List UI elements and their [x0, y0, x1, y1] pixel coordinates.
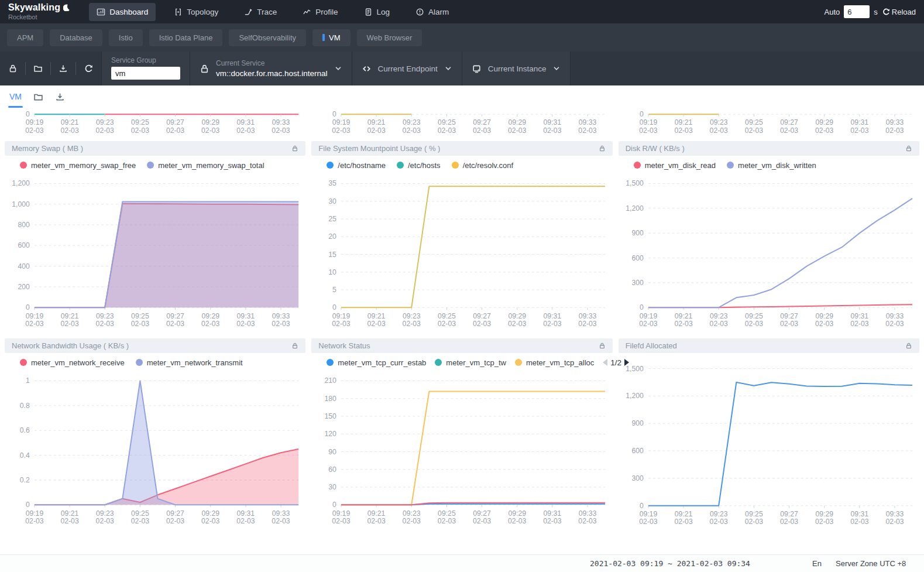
nav-item-dashboard[interactable]: Dashboard — [89, 3, 156, 21]
legend-label: meter_vm_disk_written — [738, 161, 816, 170]
current-endpoint-selector[interactable]: Current Endpoint — [352, 52, 462, 85]
chart-title: Filefd Allocated — [626, 341, 677, 350]
dashboard-tab-vm[interactable]: VM — [312, 29, 351, 46]
app-logo: Skywalking Rocketbot — [0, 3, 75, 20]
svg-text:09:3102-03: 09:3102-03 — [850, 311, 868, 327]
dashboard-tab-database[interactable]: Database — [50, 29, 102, 46]
legend-dot — [136, 359, 143, 366]
axis-strip-2-plot: 009:1902-0309:2102-0309:2302-0309:2502-0… — [311, 109, 612, 136]
chart-panel-network-bandwidth: Network Bandwidth Usage ( KB/s )meter_vm… — [5, 338, 305, 532]
svg-text:09:1902-03: 09:1902-03 — [332, 118, 351, 134]
chevron-down-icon[interactable] — [444, 64, 452, 73]
time-range-picker[interactable]: 2021-02-03 09:19 ~ 2021-02-03 09:34 — [590, 559, 750, 568]
svg-text:0.4: 0.4 — [20, 451, 30, 459]
folder-icon[interactable] — [33, 92, 43, 102]
nav-item-label: Topology — [187, 8, 218, 16]
svg-text:1,200: 1,200 — [12, 179, 30, 187]
chart-panel-memory-swap: Memory Swap ( MB )meter_vm_memory_swap_f… — [5, 141, 305, 334]
legend-item[interactable]: meter_vm_tcp_curr_estab — [327, 358, 426, 367]
svg-text:09:2302-03: 09:2302-03 — [403, 509, 421, 525]
svg-text:09:3102-03: 09:3102-03 — [236, 311, 255, 327]
legend-item[interactable]: meter_vm_network_receive — [20, 358, 125, 367]
svg-text:180: 180 — [325, 395, 337, 403]
legend-label: meter_vm_tcp_curr_estab — [338, 358, 426, 367]
chart-legend: meter_vm_network_receivemeter_vm_network… — [5, 353, 305, 368]
current-endpoint-label: Current Endpoint — [378, 64, 438, 73]
legend-item[interactable]: /etc/hostname — [327, 161, 386, 170]
lock-icon[interactable] — [4, 64, 22, 73]
auto-interval-input[interactable] — [844, 5, 870, 18]
svg-text:09:2502-03: 09:2502-03 — [744, 510, 762, 526]
svg-text:0: 0 — [332, 303, 336, 311]
dashboard-tab-istio-data-plane[interactable]: Istio Data Plane — [149, 29, 223, 46]
chevron-down-icon[interactable] — [552, 64, 561, 73]
view-tab-bar: VM — [0, 85, 924, 108]
reload-button[interactable]: Reload — [882, 8, 916, 16]
legend-item[interactable]: meter_vm_memory_swap_total — [147, 161, 264, 170]
chart-lock-icon[interactable] — [905, 342, 912, 350]
nav-item-profile[interactable]: Profile — [295, 3, 345, 21]
service-group-input[interactable] — [111, 67, 180, 80]
refresh-icon[interactable] — [79, 64, 98, 74]
chart-lock-icon[interactable] — [905, 145, 912, 152]
chart-lock-icon[interactable] — [291, 342, 298, 350]
svg-text:900: 900 — [631, 229, 644, 237]
legend-item[interactable]: /etc/hosts — [397, 161, 441, 170]
chart-header: Network Bandwidth Usage ( KB/s ) — [5, 338, 305, 353]
svg-text:0: 0 — [640, 303, 644, 311]
axis-strip-1: 009:1902-0309:2102-0309:2302-0309:2502-0… — [5, 109, 305, 136]
svg-text:90: 90 — [329, 447, 337, 455]
download-icon[interactable] — [55, 92, 65, 102]
svg-text:09:2302-03: 09:2302-03 — [96, 311, 114, 327]
legend-item[interactable]: meter_vm_disk_written — [727, 161, 816, 170]
chart-title: Network Bandwidth Usage ( KB/s ) — [12, 341, 129, 350]
legend-dot — [147, 162, 154, 169]
dashboard-tab-apm[interactable]: APM — [7, 29, 43, 46]
svg-text:09:2302-03: 09:2302-03 — [96, 118, 114, 134]
nav-item-alarm[interactable]: Alarm — [408, 3, 456, 21]
legend-item[interactable]: meter_vm_memory_swap_free — [20, 161, 136, 170]
nav-item-topology[interactable]: Topology — [166, 3, 226, 21]
nav-item-log[interactable]: Log — [356, 3, 398, 21]
nav-item-trace[interactable]: Trace — [236, 3, 284, 21]
network-status-plot: 030609012015018021009:1902-0309:2102-030… — [311, 368, 612, 531]
chevron-down-icon[interactable] — [334, 64, 342, 73]
dashboard-tab-istio[interactable]: Istio — [109, 29, 143, 46]
legend-item[interactable]: /etc/resolv.conf — [452, 161, 513, 170]
nav-item-label: Log — [377, 8, 390, 16]
legend-dot — [727, 162, 734, 169]
svg-text:09:2902-03: 09:2902-03 — [201, 509, 219, 525]
view-tab-vm[interactable]: VM — [9, 85, 22, 108]
svg-text:600: 600 — [18, 241, 30, 249]
svg-text:09:2302-03: 09:2302-03 — [709, 118, 727, 134]
topology-icon — [174, 8, 183, 16]
svg-text:30: 30 — [329, 197, 337, 205]
svg-text:09:2702-03: 09:2702-03 — [473, 118, 491, 134]
current-instance-selector[interactable]: Current Instance — [462, 52, 571, 85]
legend-item[interactable]: meter_vm_tcp_alloc — [515, 358, 594, 367]
svg-text:1,500: 1,500 — [626, 179, 644, 187]
folder-icon[interactable] — [29, 64, 47, 73]
server-zone[interactable]: Server Zone UTC +8 — [836, 559, 906, 568]
current-service-selector[interactable]: Current Service vm::docker.for.mac.host.… — [190, 52, 352, 85]
dashboard-tab-selfobservability[interactable]: SelfObservability — [229, 29, 306, 46]
svg-text:09:2502-03: 09:2502-03 — [438, 311, 456, 327]
chart-lock-icon[interactable] — [599, 145, 606, 152]
legend-item[interactable]: meter_vm_disk_read — [634, 161, 716, 170]
legend-prev-icon[interactable] — [603, 359, 607, 366]
chart-lock-icon[interactable] — [291, 145, 298, 152]
dashboard-tab-label: Web Browser — [367, 33, 413, 42]
chart-lock-icon[interactable] — [599, 342, 606, 350]
legend-item[interactable]: meter_vm_network_transmit — [136, 358, 243, 367]
legend-label: meter_vm_memory_swap_total — [158, 161, 264, 170]
language-switch[interactable]: En — [812, 559, 822, 568]
svg-text:150: 150 — [325, 412, 337, 420]
download-icon[interactable] — [54, 64, 73, 73]
svg-text:0.2: 0.2 — [20, 476, 30, 484]
dashboard-tab-web-browser[interactable]: Web Browser — [357, 29, 423, 46]
nav-item-label: Trace — [257, 8, 277, 16]
svg-text:09:2502-03: 09:2502-03 — [744, 311, 762, 327]
legend-item[interactable]: meter_vm_tcp_tw — [435, 358, 506, 367]
dashboard-tab-label: VM — [329, 33, 341, 42]
svg-text:09:3302-03: 09:3302-03 — [579, 311, 597, 327]
